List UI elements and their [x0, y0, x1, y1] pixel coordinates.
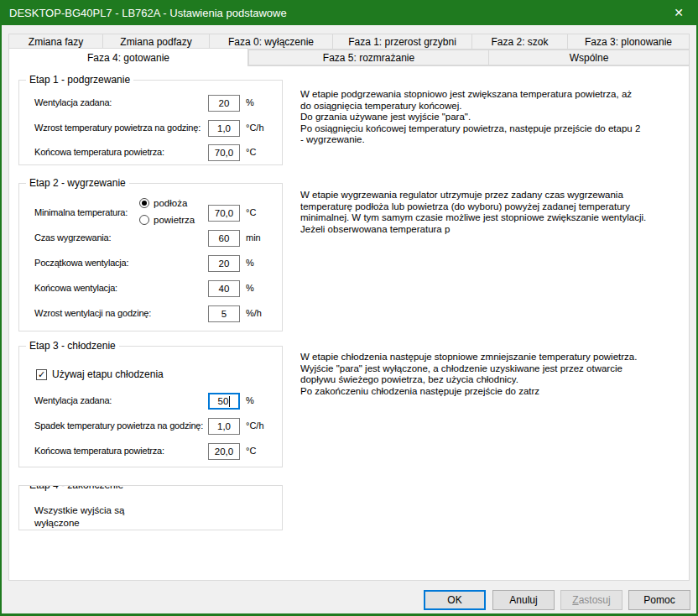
apply-button: Zastosuj [560, 590, 622, 610]
field-unit: % [246, 97, 254, 107]
group-etap3-title: Etap 3 - chłodzenie [26, 340, 119, 352]
minimalna-temperatura-input[interactable]: 70,0 [208, 205, 240, 222]
radio-unchecked-icon [139, 215, 149, 225]
tab-faza-5[interactable]: Faza 5: rozmrażanie [248, 50, 489, 65]
field-label: Początkowa wentylacja: [34, 258, 128, 268]
titlebar[interactable]: DESKTOP-BG40PL7 - LB762A - Ustawienia po… [0, 0, 698, 25]
text-caret [229, 396, 230, 407]
uzywaj-etapu-chlodzenia-checkbox[interactable]: ✓ Używaj etapu chłodzenia [36, 368, 164, 380]
checkbox-label: Używaj etapu chłodzenia [52, 368, 164, 380]
field-label: Końcowa temperatura powietrza: [34, 446, 164, 456]
czas-wygrzewania-input[interactable]: 60 [208, 230, 240, 247]
cancel-button[interactable]: Anuluj [492, 590, 555, 610]
koncowa-wentylacja-input[interactable]: 40 [208, 280, 240, 297]
tab-faza-1[interactable]: Faza 1: przerost grzybni [332, 34, 472, 50]
field-label: Wzrost temperatury powietrza na godzinę: [34, 123, 201, 133]
group-etap2: Etap 2 - wygrzewanie Minimalna temperatu… [18, 183, 283, 331]
group-etap4: Etap 4 - zakończenie Wszystkie wyjścia s… [18, 485, 283, 530]
field-unit: °C [246, 147, 256, 157]
koncowa-temperatura-input[interactable]: 70,0 [208, 144, 240, 161]
group-etap1-title: Etap 1 - podgrzewanie [26, 74, 133, 86]
spadek-temperatury-input[interactable]: 1,0 [208, 418, 240, 435]
radio-powietrza[interactable]: powietrza [139, 215, 195, 225]
etap2-description: W etapie wygrzewania regulator utrzymuje… [300, 190, 690, 235]
field-unit: °C [246, 446, 256, 456]
wentylacja-zadana-input[interactable]: 20 [208, 95, 240, 112]
ok-button[interactable]: OK [424, 590, 486, 610]
window-border-left [0, 25, 2, 616]
radio-label: podłoża [154, 198, 187, 208]
field-label: Końcowa temperatura powietrza: [34, 147, 164, 157]
field-unit: °C/h [246, 420, 264, 431]
field-unit: min [246, 232, 261, 243]
etap3-description: W etapie chłodzenia następuje stopniowe … [300, 352, 690, 397]
field-label: Czas wygrzewania: [34, 232, 111, 243]
field-unit: % [246, 258, 254, 268]
wzrost-temperatury-input[interactable]: 1,0 [208, 120, 240, 137]
close-icon: ✕ [674, 6, 684, 19]
koncowa-temperatura-chlodzenie-input[interactable]: 20,0 [208, 443, 240, 460]
field-label: Spadek temperatury powietrza na godzinę: [34, 420, 203, 431]
group-etap1: Etap 1 - podgrzewanie Wentylacja zadana:… [18, 80, 283, 165]
radio-label: powietrza [154, 215, 195, 225]
close-button[interactable]: ✕ [659, 0, 698, 25]
field-unit: % [246, 395, 254, 405]
group-etap4-title: Etap 4 - zakończenie [26, 485, 127, 491]
field-label: Wzrost wentylacji na godzinę: [34, 308, 151, 318]
tab-faza-4-selected[interactable]: Faza 4: gotowanie [8, 48, 248, 66]
field-unit: °C/h [246, 123, 264, 133]
radio-checked-icon [139, 198, 149, 208]
field-unit: °C [246, 207, 256, 217]
help-button[interactable]: Pomoc [628, 590, 690, 610]
field-label: Końcowa wentylacja: [34, 283, 117, 293]
field-unit: %/h [246, 308, 262, 318]
radio-podloza[interactable]: podłoża [139, 198, 187, 208]
tab-faza-3[interactable]: Faza 3: plonowanie [567, 34, 690, 50]
wentylacja-zadana-chlodzenie-input[interactable]: 50 [208, 393, 240, 410]
field-label: Wentylacja zadana: [34, 395, 112, 405]
field-unit: % [246, 283, 254, 293]
checkbox-checked-icon: ✓ [36, 369, 47, 380]
group-etap3: Etap 3 - chłodzenie ✓ Używaj etapu chłod… [18, 346, 283, 467]
etap4-text: Wszystkie wyjścia są wyłączone [34, 504, 124, 530]
wzrost-wentylacji-input[interactable]: 5 [208, 305, 240, 322]
dialog-window: DESKTOP-BG40PL7 - LB762A - Ustawienia po… [0, 0, 698, 616]
tab-wspolne[interactable]: Wspólne [488, 50, 690, 65]
tab-faza-2[interactable]: Faza 2: szok [471, 34, 568, 50]
etap1-description: W etapie podgrzewania stopniowo jest zwi… [300, 89, 690, 146]
field-label: Minimalna temperatura: [34, 207, 128, 217]
poczatkowa-wentylacja-input[interactable]: 20 [208, 255, 240, 272]
field-label: Wentylacja zadana: [34, 97, 112, 107]
window-title: DESKTOP-BG40PL7 - LB762A - Ustawienia po… [9, 7, 287, 19]
group-etap2-title: Etap 2 - wygrzewanie [26, 177, 129, 189]
